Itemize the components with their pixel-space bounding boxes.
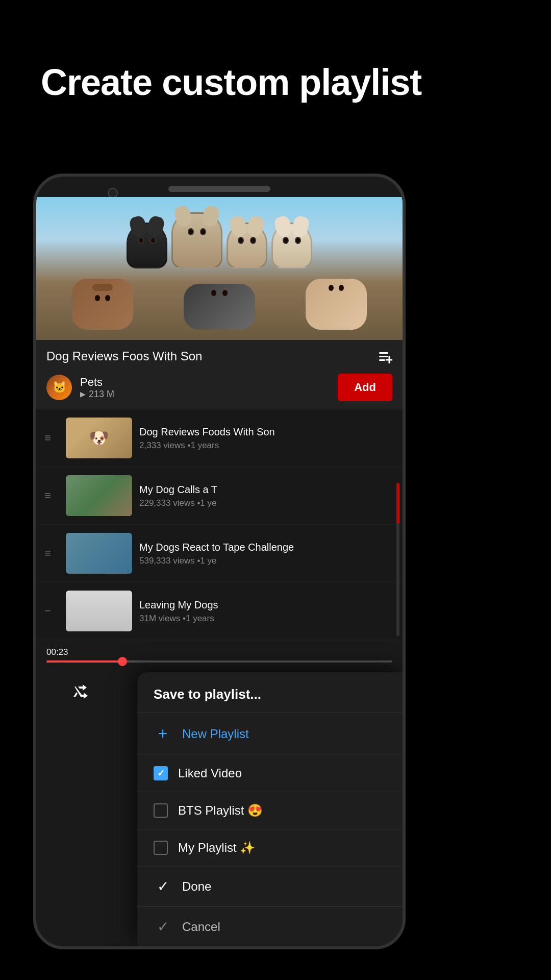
channel-info: Pets ▶ 213 M — [80, 376, 330, 400]
phone-notch — [168, 186, 270, 192]
my-playlist-label: My Playlist ✨ — [178, 841, 255, 855]
video-item-title-1: Dog Reviews Foods With Son — [139, 425, 394, 438]
list-item[interactable]: − Leaving My Dogs 31M views •1 years — [36, 582, 403, 640]
cancel-checkmark-icon: ✓ — [154, 918, 172, 935]
list-item[interactable]: ≡ My Dog Calls a T 229,333 views •1 ye — [36, 467, 403, 525]
list-item[interactable]: ≡ My Dogs React to Tape Challenge 539,33… — [36, 525, 403, 582]
bts-playlist-label: BTS Playlist 😍 — [178, 803, 263, 818]
save-to-playlist-panel: Save to playlist... + New Playlist ✓ Lik… — [137, 672, 403, 946]
puppy-3 — [306, 279, 367, 330]
drag-handle-icon: ≡ — [44, 431, 59, 445]
overlay-header: Save to playlist... — [137, 672, 403, 713]
done-item[interactable]: ✓ Done — [137, 867, 403, 906]
svg-rect-1 — [379, 356, 388, 357]
add-to-playlist-button[interactable] — [378, 349, 392, 363]
dog-face-3 — [227, 223, 267, 268]
video-meta-1: Dog Reviews Foods With Son 2,333 views •… — [139, 425, 394, 451]
page-title: Create custom playlist — [41, 61, 510, 103]
drag-handle-icon: ≡ — [44, 489, 59, 502]
video-meta-4: Leaving My Dogs 31M views •1 years — [139, 598, 394, 624]
video-item-title-2: My Dog Calls a T — [139, 483, 394, 496]
video-item-title-3: My Dogs React to Tape Challenge — [139, 541, 394, 554]
phone-camera — [108, 188, 118, 198]
my-playlist-checkbox[interactable] — [154, 841, 168, 855]
drag-handle-icon: − — [44, 604, 59, 618]
dog-face-1 — [127, 223, 167, 268]
video-item-stats-4: 31M views •1 years — [139, 614, 394, 624]
puppy-2 — [184, 284, 255, 330]
video-thumbnail-3 — [66, 533, 132, 574]
video-item-title-4: Leaving My Dogs — [139, 598, 394, 611]
done-checkmark-icon: ✓ — [154, 878, 172, 895]
video-item-stats-3: 539,333 views •1 ye — [139, 556, 394, 566]
dog-face-4 — [271, 223, 312, 268]
channel-view-count: 213 M — [89, 389, 114, 400]
cancel-label: Cancel — [182, 920, 220, 934]
video-meta-2: My Dog Calls a T 229,333 views •1 ye — [139, 483, 394, 508]
dog-face-2 — [171, 212, 222, 268]
channel-avatar[interactable]: 🐱 — [46, 375, 72, 400]
bts-playlist-checkbox[interactable] — [154, 803, 168, 818]
phone-frame: Dog Reviews Foos With Son 🐱 Pets ▶ 213 M… — [33, 174, 406, 949]
done-label: Done — [182, 879, 211, 894]
player-progress[interactable]: 00:23 — [36, 640, 403, 667]
video-title-main: Dog Reviews Foos With Son — [46, 349, 202, 363]
video-list: ≡ 🐶 Dog Reviews Foods With Son 2,333 vie… — [36, 409, 403, 640]
video-meta-3: My Dogs React to Tape Challenge 539,333 … — [139, 541, 394, 566]
video-thumbnail-4 — [66, 591, 132, 631]
new-playlist-item[interactable]: + New Playlist — [137, 713, 403, 755]
bts-playlist-item[interactable]: BTS Playlist 😍 — [137, 792, 403, 829]
liked-video-checkbox[interactable]: ✓ — [154, 766, 168, 780]
liked-video-label: Liked Video — [178, 766, 242, 780]
channel-row: 🐱 Pets ▶ 213 M Add — [36, 370, 403, 409]
drag-handle-icon: ≡ — [44, 547, 59, 560]
svg-rect-2 — [379, 359, 385, 361]
shuffle-button[interactable] — [69, 682, 88, 701]
new-playlist-label: New Playlist — [182, 727, 249, 741]
liked-video-item[interactable]: ✓ Liked Video — [137, 755, 403, 792]
checkmark-icon: ✓ — [157, 768, 165, 779]
progress-bar[interactable] — [46, 660, 392, 663]
scrollbar[interactable] — [396, 483, 399, 636]
play-small-icon: ▶ — [80, 390, 86, 398]
list-item[interactable]: ≡ 🐶 Dog Reviews Foods With Son 2,333 vie… — [36, 409, 403, 467]
channel-stats: ▶ 213 M — [80, 389, 330, 400]
video-thumbnail-1: 🐶 — [66, 418, 132, 458]
video-info-bar: Dog Reviews Foos With Son — [36, 340, 403, 370]
video-hero[interactable] — [36, 197, 403, 340]
cancel-item[interactable]: ✓ Cancel — [137, 906, 403, 946]
channel-name: Pets — [80, 376, 330, 389]
progress-thumb[interactable] — [118, 657, 127, 666]
scrollbar-thumb[interactable] — [396, 483, 399, 524]
video-item-stats-1: 2,333 views •1 years — [139, 440, 394, 451]
video-thumbnail-2 — [66, 475, 132, 516]
plus-icon: + — [154, 724, 172, 743]
add-channel-button[interactable]: Add — [338, 374, 392, 401]
progress-fill — [46, 660, 122, 663]
svg-rect-0 — [379, 352, 388, 354]
progress-time: 00:23 — [46, 647, 392, 657]
puppy-1 — [72, 279, 133, 330]
video-item-stats-2: 229,333 views •1 ye — [139, 498, 394, 508]
my-playlist-item[interactable]: My Playlist ✨ — [137, 829, 403, 867]
overlay-title: Save to playlist... — [154, 687, 386, 702]
